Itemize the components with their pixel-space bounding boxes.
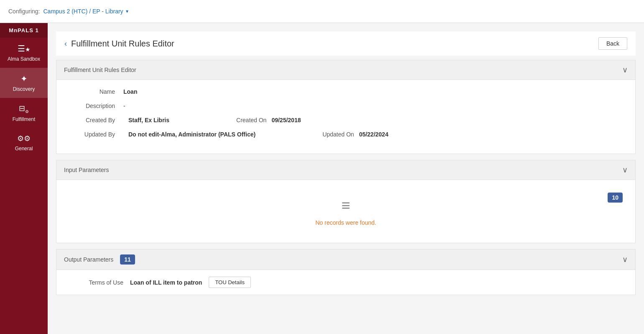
editor-section: Fulfillment Unit Rules Editor ∨ Name Loa… [56, 60, 636, 154]
sidebar-item-discovery[interactable]: ✦ Discovery [0, 68, 48, 98]
editor-section-body: Name Loan Description - Created By Staff… [56, 80, 635, 154]
output-params-badge: 11 [120, 254, 135, 265]
updated-on-label: Updated On [322, 131, 354, 138]
empty-state: ≡ No records were found. 10 [56, 180, 635, 243]
sidebar: MnPALS 1 ☰★ Alma Sandbox ✦ Discovery ⊟⚙ … [0, 23, 48, 334]
sidebar-item-label: Discovery [13, 86, 35, 92]
back-button[interactable]: Back [598, 37, 627, 50]
collapse-icon-input: ∨ [622, 165, 628, 175]
output-params-title: Output Parameters [64, 256, 113, 263]
main-layout: MnPALS 1 ☰★ Alma Sandbox ✦ Discovery ⊟⚙ … [0, 23, 644, 334]
empty-records-icon: ≡ [341, 197, 350, 214]
input-params-header[interactable]: Input Parameters ∨ [56, 160, 635, 180]
updated-on-value: 05/22/2024 [359, 131, 388, 138]
name-row: Name Loan [69, 88, 623, 95]
editor-section-header[interactable]: Fulfillment Unit Rules Editor ∨ [56, 60, 635, 80]
updated-row: Updated By Do not edit-Alma, Administrat… [69, 131, 623, 138]
collapse-icon-output: ∨ [622, 255, 628, 264]
campus-selector[interactable]: Campus 2 (HTC) / EP - Library ▾ [43, 8, 128, 15]
page-header-left: ‹ Fulfillment Unit Rules Editor [64, 39, 174, 49]
input-params-section: Input Parameters ∨ ≡ No records were fou… [56, 160, 636, 243]
description-value: - [123, 103, 125, 109]
sidebar-item-fulfillment[interactable]: ⊟⚙ Fulfillment [0, 98, 48, 128]
created-on-value: 09/25/2018 [271, 117, 301, 123]
alma-sandbox-icon: ☰★ [18, 44, 31, 54]
logo-text: MnPALS 1 [9, 27, 38, 33]
input-params-title: Input Parameters [64, 167, 109, 173]
content-area: ‹ Fulfillment Unit Rules Editor Back Ful… [48, 23, 644, 334]
fulfillment-icon: ⊟⚙ [19, 104, 29, 114]
sidebar-item-label: General [15, 146, 33, 152]
created-row: Created By Staff, Ex Libris Created On 0… [69, 117, 623, 123]
input-params-badge: 10 [608, 193, 623, 203]
output-params-header[interactable]: Output Parameters 11 ∨ [56, 249, 635, 270]
sidebar-item-label: Fulfillment [13, 116, 36, 122]
created-by-value: Staff, Ex Libris [128, 117, 169, 123]
sidebar-item-label: Alma Sandbox [8, 56, 40, 62]
description-row: Description - [69, 103, 623, 109]
configuring-label: Configuring: [8, 8, 40, 15]
created-by-label: Created By [69, 117, 123, 123]
name-value: Loan [123, 88, 137, 95]
editor-section-title: Fulfillment Unit Rules Editor [64, 67, 136, 73]
input-params-body: ≡ No records were found. 10 [56, 180, 635, 243]
sidebar-item-general[interactable]: ⚙⚙ General [0, 128, 48, 157]
page-title: Fulfillment Unit Rules Editor [71, 39, 174, 49]
description-label: Description [69, 103, 123, 109]
updated-on-col: Updated On 05/22/2024 [322, 131, 388, 138]
campus-text: Campus 2 (HTC) / EP - Library [43, 8, 123, 15]
created-on-label: Created On [236, 117, 266, 123]
back-arrow-icon[interactable]: ‹ [64, 39, 67, 48]
terms-row: Terms of Use Loan of ILL item to patron … [56, 270, 635, 295]
app-logo: MnPALS 1 [0, 23, 48, 38]
sidebar-item-alma-sandbox[interactable]: ☰★ Alma Sandbox [0, 38, 48, 68]
top-bar: Configuring: Campus 2 (HTC) / EP - Libra… [0, 0, 644, 23]
empty-records-text: No records were found. [315, 219, 376, 226]
updated-by-label: Updated By [69, 131, 123, 138]
terms-value: Loan of ILL item to patron [130, 279, 202, 286]
terms-label: Terms of Use [69, 279, 123, 286]
updated-by-col: Updated By Do not edit-Alma, Administrat… [69, 131, 256, 138]
output-params-section: Output Parameters 11 ∨ Terms of Use Loan… [56, 249, 636, 295]
general-icon: ⚙⚙ [17, 134, 31, 143]
collapse-icon: ∨ [622, 65, 628, 75]
chevron-down-icon: ▾ [126, 8, 128, 14]
created-by-col: Created By Staff, Ex Libris [69, 117, 169, 123]
discovery-icon: ✦ [20, 74, 28, 84]
created-on-col: Created On 09/25/2018 [236, 117, 301, 123]
name-label: Name [69, 88, 123, 95]
updated-by-value: Do not edit-Alma, Administrator (PALS Of… [128, 131, 256, 138]
page-header: ‹ Fulfillment Unit Rules Editor Back [56, 31, 636, 56]
tou-details-button[interactable]: TOU Details [209, 277, 251, 288]
